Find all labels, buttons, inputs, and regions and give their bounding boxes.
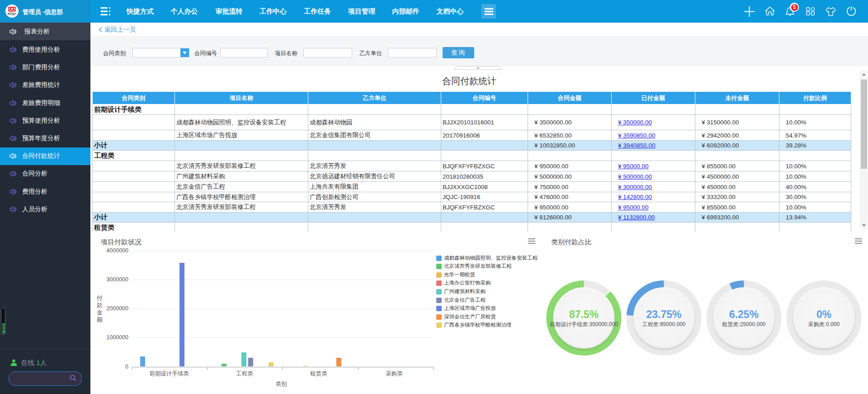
- svg-text:0%: 0%: [816, 309, 831, 320]
- svg-text:6.25%: 6.25%: [729, 309, 759, 320]
- svg-text:23.75%: 23.75%: [646, 309, 681, 320]
- svg-text:POWER: POWER: [9, 15, 15, 17]
- svg-text:前期设计手续类:350000.000: 前期设计手续类:350000.000: [550, 321, 618, 328]
- svg-text:87.5%: 87.5%: [569, 309, 599, 320]
- svg-text:工程类:95000.000: 工程类:95000.000: [642, 321, 685, 328]
- svg-text:采购类:0.000: 采购类:0.000: [808, 321, 840, 328]
- svg-text:租赁类:25000.000: 租赁类:25000.000: [722, 321, 765, 328]
- svg-text:华天动力: 华天动力: [7, 12, 17, 15]
